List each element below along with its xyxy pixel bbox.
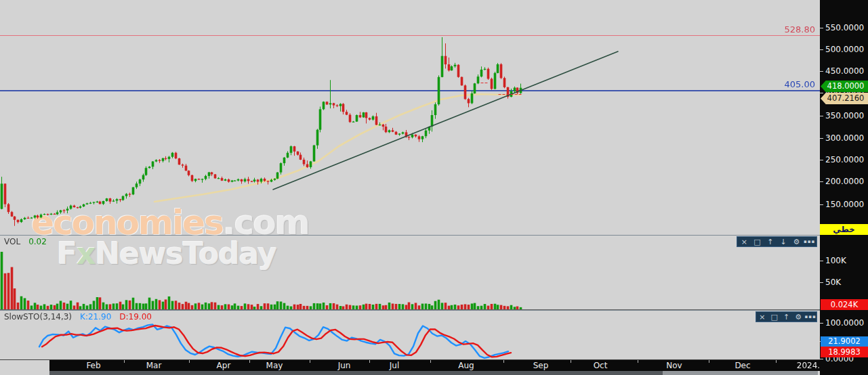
price-tick-label: 200.0000: [825, 177, 864, 186]
month-tick: [249, 360, 250, 363]
scrollbar-thumb[interactable]: [49, 371, 663, 375]
volume-pane-toolbar: ×□↑↓⚙▪▪▪: [737, 236, 817, 247]
move-up-icon[interactable]: ↑: [781, 313, 793, 322]
price-axis[interactable]: 550.0000500.0000450.0000400.0000350.0000…: [820, 0, 868, 375]
maximize-icon[interactable]: □: [751, 238, 764, 246]
resistance-line-label: 528.80: [760, 24, 815, 35]
month-tick: [571, 360, 571, 363]
price-tick: 350.0000: [820, 110, 868, 121]
sto-pane-toolbar: ×□↑⚙▪▪▪: [756, 311, 817, 322]
axis-tick-mark: [820, 282, 823, 283]
volume-tick-label: 50K: [825, 278, 841, 287]
move-up-icon[interactable]: ↑: [764, 238, 777, 246]
month-tick: [638, 360, 638, 363]
last-price-tag: 418.0000: [821, 81, 868, 92]
sto-label: SlowSTO(3,14,3): [4, 312, 72, 322]
volume-tick: 100K: [820, 255, 868, 266]
volume-value: 0.02: [28, 237, 47, 246]
month-label: Dec: [735, 361, 750, 370]
time-axis[interactable]: FebMarAprMayJunJulAugSepOctNovDec2024.: [49, 360, 820, 371]
sto-tick: 100.0000: [820, 317, 868, 328]
price-tick-label: 550.0000: [825, 23, 864, 32]
price-tick-label: 350.0000: [825, 111, 864, 120]
price-tick: 300.0000: [820, 133, 868, 144]
month-label: 2024.: [797, 361, 820, 370]
month-label: Nov: [666, 361, 682, 370]
price-tick: 200.0000: [820, 176, 868, 187]
scrollbar-track[interactable]: [663, 371, 818, 375]
month-tick: [124, 360, 125, 363]
month-label: May: [266, 361, 283, 370]
axis-tick-mark: [820, 28, 823, 28]
sto-k-value: K:21.90: [80, 312, 111, 322]
axis-tick-mark: [820, 359, 823, 359]
month-label: Feb: [86, 361, 100, 370]
month-label: Oct: [594, 361, 608, 370]
month-label: Apr: [217, 361, 231, 370]
month-tick: [369, 360, 370, 363]
close-icon[interactable]: ×: [756, 313, 768, 322]
close-icon[interactable]: ×: [738, 238, 750, 246]
axis-tick-mark: [820, 138, 823, 139]
axis-tick-mark: [820, 71, 823, 72]
price-tick-label: 300.0000: [825, 133, 864, 143]
volume-pane-header: VOL0.02: [4, 237, 47, 246]
volume-tick: 50K: [820, 277, 868, 288]
maximize-icon[interactable]: □: [768, 313, 781, 322]
price-tick-label: 450.0000: [825, 66, 864, 76]
month-label: Jul: [390, 361, 399, 370]
more-icon[interactable]: ▪▪▪: [804, 238, 816, 246]
price-tick-label: 500.0000: [825, 45, 864, 54]
support-line-label: 405.00: [760, 79, 815, 89]
volume-tick-label: 100K: [825, 256, 846, 265]
axis-tick-mark: [820, 261, 823, 261]
sto-k-tag: 21.9002: [821, 336, 868, 347]
price-tick: 550.0000: [820, 22, 868, 33]
axis-tick-mark: [820, 204, 823, 205]
month-tick: [189, 360, 190, 363]
month-tick: [709, 360, 709, 363]
price-tick: 450.0000: [820, 66, 868, 76]
month-tick: [776, 360, 777, 363]
price-tick-label: 150.0000: [825, 200, 864, 209]
month-label: Jun: [338, 361, 351, 370]
indicator-price-tag: 407.2160: [821, 93, 868, 104]
more-icon[interactable]: ▪▪▪: [804, 313, 817, 322]
volume-value-tag: 0.024K: [821, 299, 868, 310]
price-tick-label: 250.0000: [825, 155, 864, 164]
axis-tick-mark: [820, 93, 823, 93]
price-tick: 250.0000: [820, 154, 868, 165]
month-label: Sep: [533, 361, 549, 370]
month-tick: [430, 360, 431, 363]
trading-chart-app: economies.com FxNewsToday 528.80405.00 V…: [0, 0, 868, 375]
month-label: Mar: [146, 361, 162, 370]
axis-tick-mark: [820, 49, 823, 50]
volume-label: VOL: [4, 237, 20, 246]
month-tick: [310, 360, 310, 363]
settings-icon[interactable]: ⚙: [792, 313, 804, 322]
sto-tick-label: 100.0000: [825, 318, 864, 328]
month-label: Aug: [458, 361, 474, 370]
sto-d-tag: 18.9983: [821, 347, 868, 357]
price-tick: 500.0000: [820, 44, 868, 55]
chart-scale-toggle[interactable]: خطي: [820, 224, 868, 235]
sto-pane-header: SlowSTO(3,14,3)K:21.90D:19.00: [4, 312, 152, 322]
price-tick: 150.0000: [820, 199, 868, 210]
settings-icon[interactable]: ⚙: [790, 238, 802, 246]
month-tick: [503, 360, 504, 363]
axis-tick-mark: [820, 323, 823, 324]
axis-tick-mark: [820, 116, 823, 116]
axis-tick-mark: [820, 160, 823, 160]
axis-tick-mark: [820, 181, 823, 182]
move-down-icon[interactable]: ↓: [777, 238, 789, 246]
sto-d-value: D:19.00: [119, 312, 152, 322]
